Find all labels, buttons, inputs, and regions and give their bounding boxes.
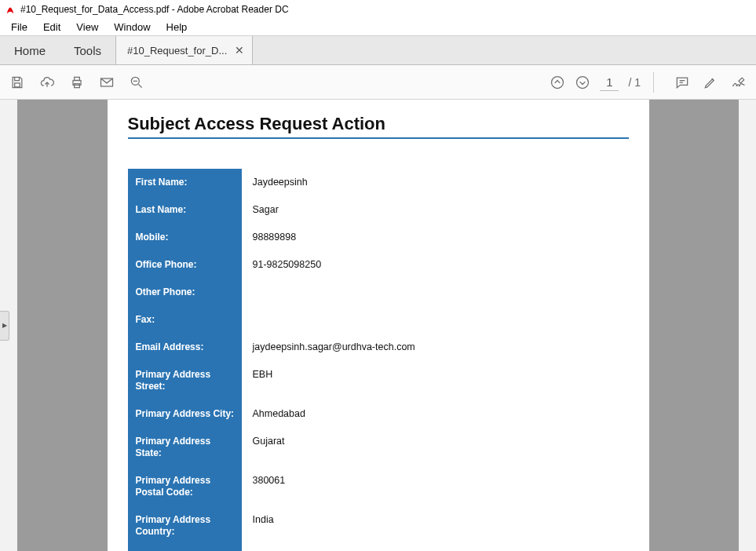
field-label: First Name: [128, 169, 242, 196]
page-down-icon[interactable] [575, 75, 590, 90]
field-value: Gujarat [242, 428, 629, 454]
svg-rect-0 [15, 82, 20, 86]
comment-icon[interactable] [674, 75, 690, 90]
menu-edit[interactable]: Edit [35, 20, 68, 35]
toolbar-center: / 1 [144, 72, 674, 93]
field-row: Email Address:jaydeepsinh.sagar@urdhva-t… [128, 334, 629, 361]
cloud-upload-icon[interactable] [39, 75, 55, 90]
field-row: First Name:Jaydeepsinh [128, 169, 629, 196]
field-label: Primary Address City: [128, 400, 242, 428]
field-row: Birthdate: [128, 546, 629, 551]
field-label: Mobile: [128, 224, 242, 251]
field-row: Primary Address City:Ahmedabad [128, 400, 629, 428]
field-label: Last Name: [128, 196, 242, 224]
page-number-input[interactable] [600, 74, 619, 91]
tab-document[interactable]: #10_Request_for_D... ✕ [115, 36, 253, 64]
menu-help[interactable]: Help [159, 20, 195, 35]
field-row: Fax: [128, 306, 629, 334]
field-label: Primary Address Postal Code: [128, 467, 242, 506]
field-row: Primary Address State:Gujarat [128, 428, 629, 467]
highlight-icon[interactable] [703, 75, 718, 90]
field-value [242, 546, 629, 551]
sign-icon[interactable] [731, 75, 747, 90]
field-value: Ahmedabad [242, 400, 629, 427]
field-label: Primary Address Country: [128, 506, 242, 546]
close-tab-icon[interactable]: ✕ [235, 44, 244, 57]
window-title: #10_Request_for_Data_Access.pdf - Adobe … [20, 4, 289, 15]
toolbar-divider [653, 72, 654, 93]
email-icon[interactable] [99, 75, 115, 90]
field-label: Primary Address State: [128, 428, 242, 467]
page-up-icon[interactable] [550, 75, 565, 90]
field-value: 98889898 [242, 224, 629, 250]
field-value: India [242, 506, 629, 533]
field-value: Jaydeepsinh [242, 169, 629, 195]
field-label: Email Address: [128, 334, 242, 361]
field-label: Fax: [128, 306, 242, 334]
document-title: Subject Access Request Action [128, 114, 629, 139]
field-label: Office Phone: [128, 251, 242, 279]
content-area: ▶ Subject Access Request Action First Na… [0, 100, 756, 551]
page-total-label: / 1 [628, 76, 641, 89]
zoom-icon[interactable] [129, 75, 144, 90]
title-bar: #10_Request_for_Data_Access.pdf - Adobe … [0, 0, 756, 19]
field-label: Primary Address Street: [128, 361, 242, 400]
svg-point-6 [552, 76, 564, 88]
print-icon[interactable] [69, 75, 85, 90]
tab-home[interactable]: Home [0, 36, 60, 64]
page-stage: Subject Access Request Action First Name… [17, 100, 739, 551]
pdf-page: Subject Access Request Action First Name… [108, 100, 649, 551]
tab-bar: Home Tools #10_Request_for_D... ✕ [0, 36, 756, 65]
field-value [242, 306, 629, 322]
acrobat-icon [5, 4, 16, 15]
tab-document-label: #10_Request_for_D... [127, 45, 227, 57]
field-value [242, 279, 629, 294]
svg-rect-2 [75, 77, 80, 80]
menu-bar: File Edit View Window Help [0, 19, 756, 36]
field-row: Primary Address Street:EBH [128, 361, 629, 400]
field-row: Office Phone:91-9825098250 [128, 251, 629, 279]
field-row: Mobile:98889898 [128, 224, 629, 251]
field-label: Other Phone: [128, 279, 242, 306]
toolbar-left [9, 75, 144, 90]
field-row: Primary Address Country:India [128, 506, 629, 546]
save-icon[interactable] [9, 75, 25, 90]
field-row: Last Name:Sagar [128, 196, 629, 224]
svg-rect-3 [75, 83, 80, 87]
sidebar-expand-handle[interactable]: ▶ [0, 311, 9, 341]
svg-point-7 [577, 76, 589, 88]
field-label: Birthdate: [128, 546, 242, 551]
right-gutter [739, 100, 756, 551]
field-value: 380061 [242, 467, 629, 494]
field-value: jaydeepsinh.sagar@urdhva-tech.com [242, 334, 629, 360]
toolbar-right [674, 75, 747, 90]
field-row: Primary Address Postal Code:380061 [128, 467, 629, 506]
menu-file[interactable]: File [3, 20, 35, 35]
field-row: Other Phone: [128, 279, 629, 306]
field-value: Sagar [242, 196, 629, 223]
toolbar: / 1 [0, 65, 756, 100]
field-value: 91-9825098250 [242, 251, 629, 278]
field-table: First Name:JaydeepsinhLast Name:SagarMob… [128, 169, 629, 551]
menu-view[interactable]: View [68, 20, 106, 35]
field-value: EBH [242, 361, 629, 388]
menu-window[interactable]: Window [106, 20, 158, 35]
tab-tools[interactable]: Tools [60, 36, 115, 64]
